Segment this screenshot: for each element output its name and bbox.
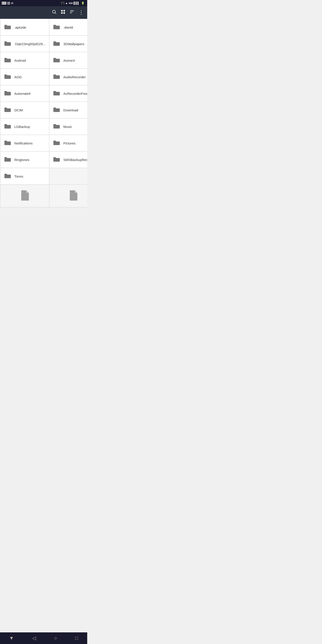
folder-name: Pictures: [63, 141, 75, 145]
folder-icon: [53, 107, 60, 113]
wifi-icon: ▲: [65, 2, 68, 5]
folder-name: Tonos: [14, 174, 23, 178]
folder-name: AutomateIt: [14, 92, 31, 96]
folder-name: DCIM: [14, 108, 23, 112]
email-icon: ✉: [11, 2, 14, 5]
file-item[interactable]: [0, 185, 49, 207]
folder-name: .fJqtr23mg50j4D29...: [14, 42, 46, 46]
folder-icon: [4, 173, 11, 180]
folder-name: AudioRecorder: [63, 75, 86, 79]
folder-name: SMSBackupRestore: [63, 158, 87, 162]
folder-item[interactable]: AOD: [0, 69, 49, 85]
svg-point-0: [52, 10, 56, 13]
folder-item[interactable]: SMSBackupRestore: [50, 152, 87, 168]
folder-icon: [53, 123, 60, 130]
folder-item[interactable]: .aptoide: [0, 19, 49, 35]
folder-name: Notifications: [14, 141, 33, 145]
app-bar-actions: ⋮: [50, 8, 84, 16]
signal-icon: ▌▌▌: [74, 2, 80, 5]
folder-name: Download: [63, 108, 78, 112]
folder-item[interactable]: Pictures: [50, 135, 87, 151]
gallery-icon: 🖼: [7, 2, 10, 5]
folder-name: AOD: [14, 75, 22, 79]
file-item[interactable]: [50, 185, 87, 207]
folder-name: 3DWallpapers: [63, 42, 84, 46]
more-options-icon[interactable]: ⋮: [77, 8, 84, 16]
folder-item[interactable]: AnimeX: [50, 52, 87, 68]
status-bar: B·R 🖼 ✉ 📳 ▲ SIM ▌▌▌ 🔋: [0, 0, 87, 6]
svg-rect-2: [61, 10, 62, 12]
vibrate-icon: 📳: [61, 2, 64, 5]
folder-icon: [4, 123, 11, 130]
status-left-icons: B·R 🖼 ✉: [2, 2, 14, 5]
svg-line-1: [55, 13, 56, 14]
folder-icon: [4, 74, 11, 80]
battery-icon: 🔋: [81, 2, 84, 5]
folder-icon: [4, 156, 11, 163]
folder-item[interactable]: Notifications: [0, 135, 49, 151]
folder-name: AzRecorderFree: [63, 92, 87, 96]
file-grid: .aptoide .dwnld .fJqtr23mg50j4D29... 3DW…: [0, 19, 87, 208]
folder-name: Android: [14, 58, 26, 62]
folder-icon: [53, 57, 60, 64]
folder-item[interactable]: 3DWallpapers: [50, 36, 87, 52]
hamburger-menu-icon[interactable]: [3, 12, 10, 14]
folder-item[interactable]: .dwnld: [50, 19, 87, 35]
folder-name: Ringtones: [14, 158, 30, 162]
folder-icon: [53, 140, 60, 146]
folder-item[interactable]: .fJqtr23mg50j4D29...: [0, 36, 49, 52]
folder-item[interactable]: DCIM: [0, 102, 49, 118]
grid-view-icon[interactable]: [60, 8, 67, 16]
svg-rect-5: [64, 12, 65, 14]
folder-item[interactable]: Tonos: [0, 168, 49, 184]
folder-item[interactable]: Android: [0, 52, 49, 68]
folder-item[interactable]: LGBackup: [0, 118, 49, 134]
empty-cell: [50, 168, 87, 184]
br-icon: B·R: [2, 2, 6, 4]
folder-item[interactable]: AzRecorderFree: [50, 86, 87, 102]
folder-name: AnimeX: [63, 58, 75, 62]
folder-icon: [53, 90, 60, 97]
app-bar: ⋮: [0, 6, 87, 19]
folder-icon: [53, 40, 60, 47]
folder-item[interactable]: Music: [50, 118, 87, 134]
folder-name: .aptoide: [14, 26, 26, 29]
svg-rect-4: [61, 12, 62, 14]
folder-icon: [53, 24, 60, 31]
file-icon: [20, 190, 29, 202]
folder-icon: [4, 107, 11, 113]
svg-rect-3: [64, 10, 65, 12]
folder-name: LGBackup: [14, 125, 30, 128]
folder-item[interactable]: Ringtones: [0, 152, 49, 168]
folder-icon: [4, 57, 11, 64]
folder-name: .dwnld: [63, 26, 73, 29]
sort-icon[interactable]: [68, 8, 76, 16]
no-sim-icon: SIM: [69, 2, 73, 4]
folder-icon: [4, 40, 11, 47]
folder-item[interactable]: AutomateIt: [0, 86, 49, 102]
folder-item[interactable]: Download: [50, 102, 87, 118]
folder-icon: [4, 140, 11, 146]
folder-name: Music: [63, 125, 72, 128]
folder-icon: [4, 24, 11, 31]
search-icon[interactable]: [50, 8, 58, 16]
folder-item[interactable]: AudioRecorder: [50, 69, 87, 85]
folder-icon: [53, 74, 60, 80]
folder-icon: [53, 156, 60, 163]
file-icon: [69, 190, 78, 202]
status-right-icons: 📳 ▲ SIM ▌▌▌ 🔋: [61, 2, 86, 5]
folder-icon: [4, 90, 11, 97]
